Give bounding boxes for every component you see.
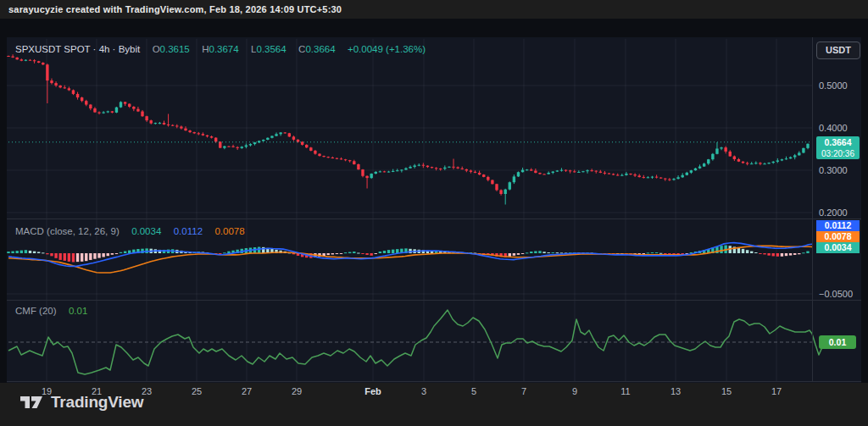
candle-body xyxy=(720,147,722,148)
candle-body xyxy=(154,123,157,124)
tradingview-logo[interactable]: TradingView xyxy=(20,393,143,412)
candle-body xyxy=(560,170,563,171)
candle-body xyxy=(638,175,641,177)
macd-hist-value: 0.0034 xyxy=(131,226,161,236)
candle-body xyxy=(270,136,273,138)
candle-body xyxy=(633,174,636,175)
candle-body xyxy=(526,169,528,170)
macd-hist-bar xyxy=(785,253,787,256)
candle-body xyxy=(141,112,143,117)
macd-hist-bar xyxy=(383,251,386,253)
candle-body xyxy=(733,157,736,159)
candle-body xyxy=(754,163,757,163)
macd-hist-bar xyxy=(387,250,390,253)
candle-body xyxy=(478,173,481,174)
cmf-value: 0.01 xyxy=(69,306,87,316)
time-tick-label: Feb xyxy=(364,386,381,396)
candle-body xyxy=(655,177,658,178)
candle-body xyxy=(499,190,502,194)
candle-body xyxy=(694,169,697,170)
macd-hist-bar xyxy=(11,252,14,253)
macd-hist-bar xyxy=(102,253,104,257)
candle-body xyxy=(435,168,437,169)
candle-body xyxy=(132,107,135,109)
chart-canvas[interactable] xyxy=(7,37,861,401)
macd-hist-bar xyxy=(128,251,131,253)
candle-body xyxy=(552,172,554,173)
candle-body xyxy=(599,172,602,173)
candle-body xyxy=(292,136,295,140)
time-tick-label: 19 xyxy=(42,386,52,396)
candle-body xyxy=(124,102,126,103)
candle-body xyxy=(491,180,493,185)
cmf-title[interactable]: CMF (20) xyxy=(15,306,57,316)
macd-hist-bar xyxy=(58,253,61,260)
macd-hist-bar xyxy=(651,252,654,253)
macd-legend[interactable]: MACD (close, 12, 26, 9) 0.0034 0.0112 0.… xyxy=(15,226,245,236)
candle-body xyxy=(245,146,248,147)
time-tick-label: 13 xyxy=(670,386,681,396)
candle-body xyxy=(612,174,615,174)
candle-body xyxy=(97,113,100,113)
macd-hist-bar xyxy=(348,252,351,253)
macd-hist-badge: 0.0034 xyxy=(816,242,860,253)
candle-body xyxy=(767,163,770,163)
macd-hist-bar xyxy=(258,247,260,253)
macd-hist-bar xyxy=(64,253,66,261)
candle-body xyxy=(802,148,804,153)
candle-body xyxy=(742,162,744,163)
macd-hist-bar xyxy=(798,253,800,254)
macd-hist-bar xyxy=(331,253,334,255)
macd-hist-bar xyxy=(340,253,342,254)
macd-hist-bar xyxy=(534,252,537,253)
macd-hist-bar xyxy=(68,253,70,262)
macd-line-value: 0.0112 xyxy=(174,226,203,236)
candle-body xyxy=(750,163,753,164)
candle-body xyxy=(370,174,372,178)
candle-body xyxy=(262,140,264,141)
macd-hist-bar xyxy=(737,248,740,253)
macd-hist-bar xyxy=(767,253,770,256)
macd-hist-bar xyxy=(336,253,338,254)
candle-body xyxy=(33,60,36,61)
candle-body xyxy=(50,80,53,83)
candle-body xyxy=(111,111,114,112)
candle-body xyxy=(690,170,693,173)
candle-body xyxy=(284,132,287,133)
candle-body xyxy=(20,59,23,60)
candle-body xyxy=(569,170,571,171)
candle-body xyxy=(353,161,355,164)
candle-body xyxy=(115,108,118,113)
candle-body xyxy=(375,172,377,174)
macd-hist-bar xyxy=(517,253,520,255)
macd-hist-bar xyxy=(37,252,40,253)
macd-hist-bar xyxy=(647,252,649,253)
macd-title[interactable]: MACD (close, 12, 26, 9) xyxy=(15,226,120,236)
candle-body xyxy=(318,154,320,156)
cmf-legend[interactable]: CMF (20) 0.01 xyxy=(15,306,87,316)
candle-body xyxy=(759,163,761,163)
candle-body xyxy=(590,170,593,171)
candle-body xyxy=(470,170,472,171)
candle-body xyxy=(223,147,225,148)
macd-hist-bar xyxy=(33,252,36,253)
candle-body xyxy=(509,182,511,189)
candle-body xyxy=(793,155,796,157)
candle-body xyxy=(279,132,281,134)
candle-body xyxy=(184,129,186,131)
symbol-legend[interactable]: SPXUSDT SPOT · 4h · Bybit O0.3615 H0.367… xyxy=(15,44,426,54)
candle-body xyxy=(443,168,446,169)
macd-hist-bar xyxy=(85,253,87,261)
candle-body xyxy=(188,130,191,132)
candle-body xyxy=(253,142,256,144)
currency-button[interactable]: USDT xyxy=(816,41,860,59)
candle-body xyxy=(664,179,666,180)
cmf-value-badge: 0.01 xyxy=(819,335,856,349)
candle-body xyxy=(81,97,83,101)
ohlc-open-value: 0.3615 xyxy=(160,44,190,54)
macd-hist-bar xyxy=(742,249,744,253)
candle-body xyxy=(288,133,291,136)
candle-body xyxy=(542,174,545,174)
symbol-title[interactable]: SPXUSDT SPOT · 4h · Bybit xyxy=(15,44,140,54)
chart-region[interactable]: SPXUSDT SPOT · 4h · Bybit O0.3615 H0.367… xyxy=(7,37,861,401)
